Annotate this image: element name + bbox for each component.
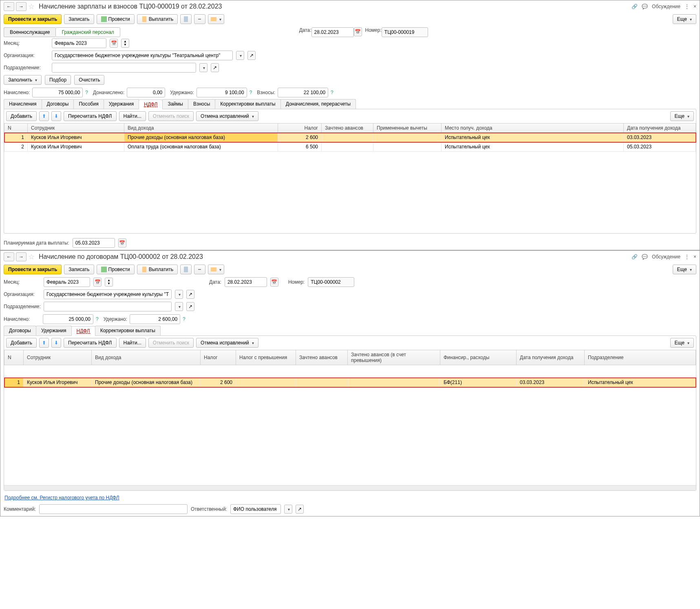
discussion-link[interactable]: Обсуждение <box>652 4 680 9</box>
planned-date-field[interactable] <box>73 238 115 248</box>
col-advance-excess[interactable]: Зачтено авансов (в счет превышения) <box>348 350 440 365</box>
menu-icon[interactable]: ⋮ <box>685 4 689 9</box>
nav-forward-button[interactable]: → <box>16 252 26 261</box>
org-open-button[interactable]: ↗ <box>247 51 256 60</box>
chat-icon[interactable]: 💬 <box>642 254 648 260</box>
post-and-close-button[interactable]: Провести и закрыть <box>4 265 62 274</box>
tab-loans[interactable]: Займы <box>162 99 188 109</box>
month-stepper[interactable]: ▲▼ <box>105 278 113 287</box>
more-button[interactable]: Еще <box>673 14 696 24</box>
col-income-type[interactable]: Вид дохода <box>124 124 278 133</box>
table-row[interactable]: 1 Кусков Илья Игоревич Прочие доходы (ос… <box>4 133 696 142</box>
dept-open-button[interactable]: ↗ <box>186 302 194 311</box>
org-dropdown-button[interactable] <box>175 290 183 299</box>
more-actions-button[interactable] <box>208 265 224 274</box>
tab-contracts[interactable]: Договоры <box>42 99 74 109</box>
date-picker-button[interactable]: 📅 <box>270 278 278 287</box>
recalc-ndfl-button[interactable]: Пересчитать НДФЛ <box>64 111 116 121</box>
link-icon[interactable]: 🔗 <box>632 4 638 9</box>
org-open-button[interactable]: ↗ <box>186 290 194 299</box>
close-icon[interactable]: × <box>693 4 696 9</box>
month-picker-button[interactable]: 📅 <box>93 278 102 287</box>
tab-recalc[interactable]: Доначисления, перерасчеты <box>280 99 356 109</box>
add-row-button[interactable]: Добавить <box>6 111 37 121</box>
nav-back-button[interactable]: ← <box>4 252 14 261</box>
find-button[interactable]: Найти... <box>119 338 146 348</box>
move-up-button[interactable]: ⬆ <box>39 111 49 121</box>
nav-forward-button[interactable]: → <box>16 2 26 11</box>
tab-corrections[interactable]: Корректировки выплаты <box>215 99 280 109</box>
col-place[interactable]: Место получ. дохода <box>442 124 624 133</box>
col-tax[interactable]: Налог <box>201 350 236 365</box>
col-finance[interactable]: Финансир., расходы <box>440 350 517 365</box>
write-button[interactable]: Записать <box>64 265 94 274</box>
pay-button[interactable]: Выплатить <box>137 265 178 274</box>
report-button[interactable] <box>180 265 192 274</box>
tab-deductions[interactable]: Удержания <box>36 326 72 335</box>
discussion-link[interactable]: Обсуждение <box>652 254 680 260</box>
tax-register-link[interactable]: Подробнее см. Регистр налогового учета п… <box>4 495 119 501</box>
add-row-button[interactable]: Добавить <box>6 338 37 348</box>
table-row[interactable]: 1 Кусков Илья Игоревич Прочие доходы (ос… <box>4 378 696 387</box>
tab-ndfl[interactable]: НДФЛ <box>71 326 95 336</box>
responsible-dropdown-button[interactable] <box>284 505 292 514</box>
table-more-button[interactable]: Еще <box>670 111 694 121</box>
col-n[interactable]: N <box>4 350 24 365</box>
attach-button[interactable] <box>194 265 205 274</box>
comment-field[interactable] <box>39 504 188 514</box>
tab-ndfl[interactable]: НДФЛ <box>139 99 163 109</box>
date-field[interactable] <box>225 277 267 287</box>
month-field[interactable] <box>52 38 106 48</box>
move-down-button[interactable]: ⬇ <box>51 338 61 348</box>
col-tax[interactable]: Налог <box>278 124 322 133</box>
col-advance[interactable]: Зачтено авансов <box>322 124 373 133</box>
help-icon[interactable]: ? <box>250 90 252 95</box>
link-icon[interactable]: 🔗 <box>632 254 638 260</box>
col-income-type[interactable]: Вид дохода <box>92 350 201 365</box>
col-n[interactable]: N <box>4 124 28 133</box>
help-icon[interactable]: ? <box>331 90 333 95</box>
post-button[interactable]: Провести <box>97 265 135 274</box>
menu-icon[interactable]: ⋮ <box>685 254 689 260</box>
tab-accruals[interactable]: Начисления <box>4 99 42 109</box>
col-tax-excess[interactable]: Налог с превышения <box>236 350 296 365</box>
more-button[interactable]: Еще <box>673 265 696 274</box>
favorite-icon[interactable]: ☆ <box>28 252 35 261</box>
fill-button[interactable]: Заполнить <box>4 75 42 85</box>
tab-contracts[interactable]: Договоры <box>4 326 36 335</box>
dept-field[interactable] <box>52 63 196 73</box>
post-and-close-button[interactable]: Провести и закрыть <box>4 14 62 24</box>
tab-benefits[interactable]: Пособия <box>73 99 104 109</box>
date-field[interactable] <box>311 27 354 37</box>
planned-date-picker-button[interactable]: 📅 <box>118 238 126 247</box>
col-dept[interactable]: Подразделение <box>585 350 696 365</box>
col-deductions[interactable]: Примененные вычеты <box>373 124 442 133</box>
cancel-fix-button[interactable]: Отмена исправлений <box>196 338 258 348</box>
post-button[interactable]: Провести <box>97 14 135 24</box>
chat-icon[interactable]: 💬 <box>642 4 648 9</box>
month-field[interactable] <box>44 277 90 287</box>
recalc-ndfl-button[interactable]: Пересчитать НДФЛ <box>64 338 116 348</box>
month-picker-button[interactable]: 📅 <box>110 39 118 48</box>
attach-button[interactable] <box>194 14 205 24</box>
dept-dropdown-button[interactable] <box>175 302 183 311</box>
col-date[interactable]: Дата получения дохода <box>624 124 696 133</box>
dept-open-button[interactable]: ↗ <box>211 63 219 72</box>
help-icon[interactable]: ? <box>96 316 99 322</box>
help-icon[interactable]: ? <box>85 90 88 95</box>
more-actions-button[interactable] <box>208 14 224 24</box>
col-advance[interactable]: Зачтено авансов <box>296 350 348 365</box>
date-picker-button[interactable]: 📅 <box>354 27 362 36</box>
tab-contributions[interactable]: Взносы <box>188 99 215 109</box>
move-down-button[interactable]: ⬇ <box>51 111 61 121</box>
favorite-icon[interactable]: ☆ <box>28 2 35 11</box>
col-emp[interactable]: Сотрудник <box>24 350 92 365</box>
col-emp[interactable]: Сотрудник <box>28 124 124 133</box>
dept-dropdown-button[interactable] <box>199 63 208 72</box>
org-field[interactable] <box>44 289 172 299</box>
write-button[interactable]: Записать <box>64 14 94 24</box>
month-stepper[interactable]: ▲▼ <box>121 39 129 48</box>
table-row[interactable]: 2 Кусков Илья Игоревич Оплата труда (осн… <box>4 142 696 152</box>
find-button[interactable]: Найти... <box>119 111 146 121</box>
tab-corrections[interactable]: Корректировки выплаты <box>95 326 161 335</box>
